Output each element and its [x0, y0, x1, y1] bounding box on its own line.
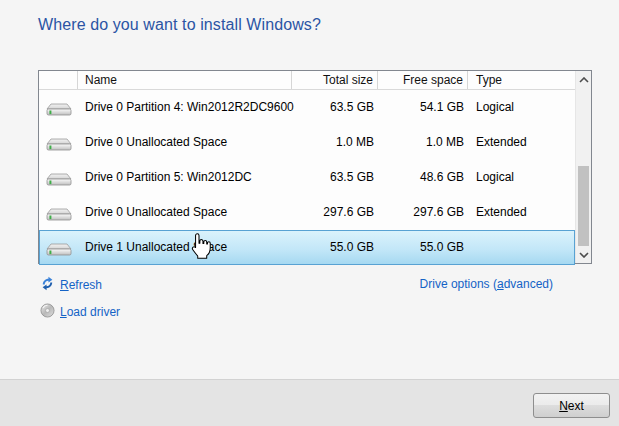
partition-name: Drive 0 Unallocated Space [78, 195, 292, 230]
column-header-free-space[interactable]: Free space [378, 71, 468, 89]
table-row[interactable]: Drive 0 Unallocated Space 297.6 GB 297.6… [39, 195, 575, 230]
partition-total: 55.0 GB [292, 230, 378, 265]
hard-drive-icon [39, 230, 78, 265]
partition-list-header: Name Total size Free space Type [39, 71, 575, 90]
partition-type: Extended [468, 195, 575, 230]
table-row[interactable]: Drive 0 Partition 4: Win2012R2DC9600 63.… [39, 90, 575, 125]
chevron-down-icon[interactable] [576, 246, 591, 263]
partition-type: Logical [468, 90, 575, 125]
partition-name: Drive 1 Unallocated Space [78, 230, 292, 265]
partition-name: Drive 0 Unallocated Space [78, 125, 292, 160]
vertical-scrollbar[interactable] [575, 71, 591, 263]
load-driver-link[interactable]: Load driver [40, 303, 120, 321]
page-title: Where do you want to install Windows? [38, 16, 321, 34]
refresh-label: Refresh [60, 278, 102, 292]
refresh-icon [40, 276, 55, 294]
windows-setup-install-location-screen: Where do you want to install Windows? Na… [0, 0, 619, 426]
partition-name: Drive 0 Partition 5: Win2012DC [78, 160, 292, 195]
drive-options-label: Drive options (advanced) [420, 277, 553, 291]
table-row[interactable]: Drive 0 Partition 5: Win2012DC 63.5 GB 4… [39, 160, 575, 195]
column-header-name[interactable]: Name [78, 71, 292, 89]
next-button[interactable]: Next [533, 393, 610, 418]
hard-drive-icon [39, 195, 78, 230]
partition-free: 1.0 MB [378, 125, 468, 160]
hard-drive-icon [39, 90, 78, 125]
column-header-total-size[interactable]: Total size [292, 71, 378, 89]
partition-free: 55.0 GB [378, 230, 468, 265]
partition-total: 1.0 MB [292, 125, 378, 160]
partition-total: 63.5 GB [292, 90, 378, 125]
refresh-link[interactable]: Refresh [40, 276, 102, 294]
column-header-icon [39, 71, 78, 89]
column-header-type[interactable]: Type [468, 71, 575, 89]
partition-free: 48.6 GB [378, 160, 468, 195]
partition-free: 54.1 GB [378, 90, 468, 125]
table-row-selected[interactable]: Drive 1 Unallocated Space 55.0 GB 55.0 G… [39, 230, 575, 265]
partition-list-body: Drive 0 Partition 4: Win2012R2DC9600 63.… [39, 90, 575, 265]
chevron-up-icon[interactable] [576, 71, 591, 88]
drive-options-advanced-link[interactable]: Drive options (advanced) [420, 277, 553, 291]
hard-drive-icon [39, 160, 78, 195]
partition-total: 63.5 GB [292, 160, 378, 195]
partition-total: 297.6 GB [292, 195, 378, 230]
partition-type: Logical [468, 160, 575, 195]
disc-icon [40, 303, 55, 321]
partition-name: Drive 0 Partition 4: Win2012R2DC9600 [78, 90, 292, 125]
wizard-footer: Next [0, 379, 619, 426]
partition-type [468, 230, 575, 265]
partition-free: 297.6 GB [378, 195, 468, 230]
partition-list: Name Total size Free space Type Drive 0 … [38, 70, 592, 264]
load-driver-label: Load driver [60, 305, 120, 319]
table-row[interactable]: Drive 0 Unallocated Space 1.0 MB 1.0 MB … [39, 125, 575, 160]
scrollbar-thumb[interactable] [578, 166, 589, 246]
partition-type: Extended [468, 125, 575, 160]
hard-drive-icon [39, 125, 78, 160]
